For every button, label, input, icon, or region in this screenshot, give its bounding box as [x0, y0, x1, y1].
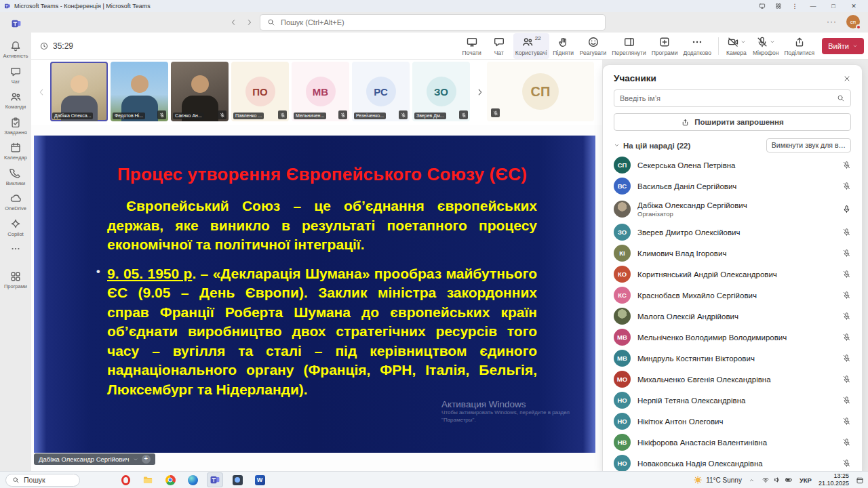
- chevron-down-icon[interactable]: [770, 39, 775, 45]
- nav-back-icon[interactable]: [229, 18, 237, 26]
- pin-plus-icon[interactable]: +: [142, 455, 151, 464]
- view-button[interactable]: Переглянути: [610, 33, 648, 59]
- rail-item-chat[interactable]: Чат: [0, 62, 31, 88]
- mic-muted-icon[interactable]: [842, 333, 851, 342]
- panel-close-icon[interactable]: [843, 72, 851, 84]
- rail-item-calendar[interactable]: Календар: [0, 138, 31, 164]
- start-button[interactable]: Почати: [459, 33, 485, 59]
- volume-icon[interactable]: [773, 476, 781, 484]
- camera-button[interactable]: Камера: [724, 33, 749, 59]
- mic-on-icon[interactable]: [842, 205, 851, 214]
- initials-tile[interactable]: ЗО Зверев Дм...: [412, 62, 470, 121]
- mic-muted-icon[interactable]: [842, 375, 851, 384]
- raise-hand-button[interactable]: Підняти: [551, 33, 576, 59]
- network-icon[interactable]: [762, 476, 770, 484]
- rail-item-teams[interactable]: Команди: [0, 87, 31, 113]
- participant-row[interactable]: Малога Олексій Андрійович: [603, 306, 862, 327]
- opera-icon[interactable]: [117, 472, 134, 487]
- camera-app-icon[interactable]: [229, 472, 245, 487]
- participant-row[interactable]: КО Коритнянський Андрій Олександрович: [603, 264, 862, 285]
- participant-row[interactable]: МВ Миндруль Костянтин Вікторович: [603, 348, 862, 369]
- cast-icon[interactable]: [754, 0, 770, 12]
- teams-taskbar-icon[interactable]: [207, 472, 223, 487]
- mic-muted-icon[interactable]: [842, 438, 851, 447]
- weather-widget[interactable]: 11°C Sunny: [693, 475, 742, 485]
- initials-tile[interactable]: РС Резніченко...: [352, 62, 410, 121]
- profile-avatar[interactable]: сп: [846, 15, 860, 28]
- participant-row[interactable]: МО Михальченко Євгенія Олександрівна: [603, 369, 862, 390]
- mic-muted-icon[interactable]: [842, 459, 851, 468]
- word-icon[interactable]: W: [252, 472, 268, 487]
- initials-tile[interactable]: ПО Павленко ...: [231, 62, 289, 121]
- participant-row[interactable]: МВ Мельніченко Володимир Володимирович: [603, 327, 862, 348]
- mic-muted-icon[interactable]: [842, 312, 851, 321]
- rail-item-activity[interactable]: Активність: [0, 37, 31, 62]
- people-button[interactable]: 22 Користувачі: [513, 33, 549, 59]
- language-indicator[interactable]: УКР: [800, 476, 812, 484]
- participant-row[interactable]: Дабіжа Олександр Сергійович Організатор: [603, 197, 862, 222]
- participant-search-input[interactable]: [620, 94, 837, 102]
- section-toggle[interactable]: На цій нараді (22): [614, 142, 690, 150]
- mic-muted-icon[interactable]: [842, 396, 851, 405]
- participant-row[interactable]: ВС Васильєв Даніл Сергійович: [603, 176, 862, 197]
- teams-app-icon[interactable]: [11, 17, 22, 29]
- maximize-button[interactable]: □: [823, 0, 844, 12]
- more-button[interactable]: Додатково: [681, 33, 713, 59]
- rail-item-copilot[interactable]: Copilot: [0, 215, 31, 241]
- mic-muted-icon[interactable]: [842, 417, 851, 426]
- video-tile[interactable]: Федотов Ні...: [111, 62, 168, 121]
- spotlight-tile[interactable]: СП: [487, 62, 594, 121]
- titlebar-menu-icon[interactable]: ⋮: [787, 0, 803, 12]
- participant-row[interactable]: НО Нерпій Тетяна Олександрівна: [603, 390, 862, 411]
- mute-all-button[interactable]: Вимкнути звук для в…: [766, 138, 851, 152]
- clock[interactable]: 13:25 21.10.2025: [818, 472, 849, 487]
- battery-icon[interactable]: [785, 476, 793, 484]
- tray-expand-icon[interactable]: [749, 474, 755, 486]
- rail-item-apps[interactable]: Програми: [0, 267, 31, 293]
- participant-row[interactable]: НВ Нікіфорова Анастасія Валентинівна: [603, 432, 862, 453]
- mic-button[interactable]: Мікрофон: [751, 33, 781, 59]
- browser-icon[interactable]: [184, 472, 201, 487]
- strip-next-icon[interactable]: [475, 85, 485, 98]
- apps-button[interactable]: Програми: [650, 33, 680, 59]
- rail-item-more[interactable]: [0, 240, 31, 258]
- mic-muted-icon[interactable]: [842, 161, 851, 169]
- mic-muted-icon[interactable]: [842, 228, 851, 237]
- leave-button[interactable]: Вийти: [822, 38, 864, 54]
- react-button[interactable]: Реагувати: [578, 33, 609, 59]
- mic-muted-icon[interactable]: [842, 291, 851, 300]
- participant-row[interactable]: КС Краснобаєв Михайло Сергійович: [603, 285, 862, 306]
- chevron-down-icon[interactable]: [852, 43, 858, 49]
- notification-icon[interactable]: [856, 474, 864, 486]
- rail-item-onedrive[interactable]: OneDrive: [0, 189, 31, 215]
- global-search-input[interactable]: [281, 18, 598, 26]
- minimize-button[interactable]: —: [803, 0, 823, 12]
- close-button[interactable]: ✕: [844, 0, 864, 12]
- participant-search[interactable]: [614, 89, 851, 107]
- nav-forward-icon[interactable]: [245, 18, 254, 26]
- participant-row[interactable]: КІ Климович Влад Ігорович: [603, 243, 862, 264]
- share-invite-button[interactable]: Поширити запрошення: [614, 113, 851, 131]
- participant-row[interactable]: НО Новаковська Надія Олександрівна: [603, 453, 862, 471]
- video-tile[interactable]: Дабіжа Олекса...: [50, 62, 108, 121]
- presenter-tag[interactable]: Дабіжа Олександр Сергійович +: [34, 453, 155, 465]
- layout-grid-icon[interactable]: [770, 0, 787, 12]
- chat-button[interactable]: Чат: [486, 33, 512, 59]
- rail-item-calls[interactable]: Виклики: [0, 164, 31, 190]
- video-tile[interactable]: Саєнко Ан...: [171, 62, 229, 121]
- chevron-down-icon[interactable]: [133, 457, 138, 462]
- share-button[interactable]: Поділитися: [782, 33, 816, 59]
- mic-muted-icon[interactable]: [842, 270, 851, 279]
- strip-prev-icon[interactable]: [37, 85, 46, 98]
- file-explorer-icon[interactable]: [140, 472, 156, 487]
- initials-tile[interactable]: МВ Мельничен...: [292, 62, 349, 121]
- participant-row[interactable]: НО Нікітюк Антон Олегович: [603, 411, 862, 432]
- participant-row[interactable]: ЗО Зверев Дмитро Олексійович: [603, 222, 862, 243]
- taskbar-search[interactable]: Пошук: [5, 474, 80, 487]
- global-search[interactable]: [260, 14, 606, 30]
- mic-muted-icon[interactable]: [842, 182, 851, 190]
- header-more-icon[interactable]: ···: [827, 17, 837, 26]
- rail-item-tasks[interactable]: Завдання: [0, 113, 31, 139]
- chevron-down-icon[interactable]: [741, 39, 746, 45]
- mic-muted-icon[interactable]: [842, 354, 851, 363]
